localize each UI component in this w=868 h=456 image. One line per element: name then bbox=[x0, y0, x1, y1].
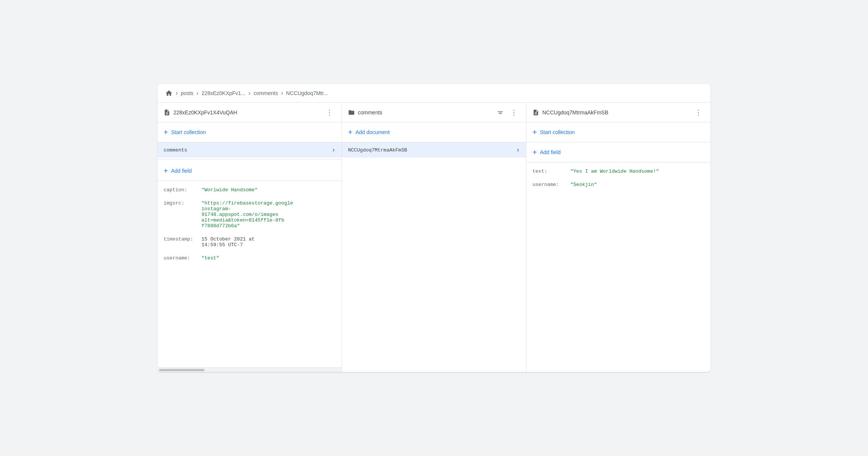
start-collection-label-3: Start collection bbox=[540, 129, 575, 135]
document-icon-1 bbox=[164, 109, 170, 116]
panel-1-fields: caption: "Worlwide Handsome" imgsrc: "ht… bbox=[158, 181, 342, 275]
panel-3-content: + Add field text: "Yes I am Worldwide Ha… bbox=[526, 142, 710, 372]
start-collection-label-1: Start collection bbox=[171, 129, 206, 135]
plus-icon-af-3: + bbox=[532, 148, 537, 156]
panel-3-actions: ⋮ bbox=[692, 106, 704, 119]
field-username-3-value: "Seokjin" bbox=[570, 182, 597, 187]
plus-icon-af-1: + bbox=[164, 167, 168, 175]
panel-2-menu-btn[interactable]: ⋮ bbox=[508, 106, 520, 119]
panel-1-header: 228xEz0KXpFv1X4VuQAH ⋮ bbox=[158, 103, 342, 122]
panel-3-menu-btn[interactable]: ⋮ bbox=[692, 106, 704, 119]
add-field-btn-1[interactable]: + Add field bbox=[164, 166, 192, 176]
list-item-arrow-1: › bbox=[331, 146, 336, 154]
list-item-comments-text: comments bbox=[164, 147, 331, 153]
field-text-3-value: "Yes I am Worldwide Handsome!" bbox=[570, 169, 659, 174]
breadcrumb-sep-1: › bbox=[176, 90, 178, 97]
field-timestamp-value: 15 October 2021 at14:59:55 UTC-7 bbox=[201, 236, 254, 248]
panel-3-header: NCCUgdoq7MtrmaAkFmSB ⋮ bbox=[526, 103, 710, 122]
panel-1-add-field: + Add field bbox=[158, 161, 342, 181]
panel-1-title: 228xEz0KXpFv1X4VuQAH bbox=[173, 109, 320, 116]
start-collection-btn-3[interactable]: + Start collection bbox=[532, 127, 575, 137]
breadcrumb-sep-3: › bbox=[248, 90, 250, 97]
plus-icon-2: + bbox=[348, 128, 353, 136]
add-field-label-1: Add field bbox=[171, 168, 192, 174]
list-item-arrow-2: › bbox=[516, 146, 520, 154]
add-document-label: Add document bbox=[356, 129, 390, 135]
panel-1-actions: ⋮ bbox=[323, 106, 336, 119]
plus-icon-3: + bbox=[532, 128, 537, 136]
field-timestamp: timestamp: 15 October 2021 at14:59:55 UT… bbox=[164, 236, 336, 248]
breadcrumb-posts[interactable]: posts bbox=[181, 90, 193, 96]
field-username-3-key: username: bbox=[532, 182, 570, 187]
panel-1: 228xEz0KXpFv1X4VuQAH ⋮ + Start collectio… bbox=[158, 103, 342, 372]
firestore-ui: › posts › 228xEz0KXpFv1... › comments › … bbox=[158, 84, 710, 372]
collection-icon-2 bbox=[348, 109, 355, 116]
home-icon[interactable] bbox=[165, 89, 173, 97]
panels-container: 228xEz0KXpFv1X4VuQAH ⋮ + Start collectio… bbox=[158, 103, 710, 372]
plus-icon-1: + bbox=[164, 128, 168, 136]
add-field-label-3: Add field bbox=[540, 149, 560, 155]
panel-2-content: NCCUgdoq7MtrmaAkFmSB › bbox=[342, 142, 526, 372]
panel-3: NCCUgdoq7MtrmaAkFmSB ⋮ + Start collectio… bbox=[526, 103, 710, 372]
field-caption: caption: "Worlwide Handsome" bbox=[164, 187, 336, 193]
list-item-doc-text: NCCUgdoq7MtrmaAkFmSB bbox=[348, 147, 516, 153]
panel-3-title: NCCUgdoq7MtrmaAkFmSB bbox=[542, 109, 689, 116]
panel-2-filter-btn[interactable] bbox=[494, 106, 506, 119]
list-item-doc[interactable]: NCCUgdoq7MtrmaAkFmSB › bbox=[342, 142, 526, 158]
panel-3-add-field: + Add field bbox=[526, 142, 710, 162]
breadcrumb: › posts › 228xEz0KXpFv1... › comments › … bbox=[158, 84, 710, 103]
field-imgsrc-value: "https://firebasestorage.googleinstagram… bbox=[201, 200, 293, 229]
panel-1-scrollbar[interactable] bbox=[158, 367, 342, 372]
field-imgsrc: imgsrc: "https://firebasestorage.googlei… bbox=[164, 200, 336, 229]
document-icon-3 bbox=[532, 109, 539, 116]
list-item-comments[interactable]: comments › bbox=[158, 142, 342, 158]
field-caption-key: caption: bbox=[164, 187, 201, 193]
panel-1-menu-btn[interactable]: ⋮ bbox=[323, 106, 336, 119]
panel-1-content: comments › + Add field caption: "Worlwid… bbox=[158, 142, 342, 367]
panel-1-start-collection: + Start collection bbox=[158, 122, 342, 142]
panel-2-title: comments bbox=[358, 109, 491, 116]
panel-3-start-collection: + Start collection bbox=[526, 122, 710, 142]
field-text-3: text: "Yes I am Worldwide Handsome!" bbox=[532, 169, 704, 174]
add-document-btn[interactable]: + Add document bbox=[348, 127, 390, 137]
add-field-btn-3[interactable]: + Add field bbox=[532, 147, 560, 158]
breadcrumb-sep-2: › bbox=[197, 90, 198, 97]
field-text-3-key: text: bbox=[532, 169, 570, 174]
panel-2: comments ⋮ + Add document NCCUgdoq7Mtrma… bbox=[342, 103, 526, 372]
field-username-1-key: username: bbox=[164, 255, 201, 261]
field-imgsrc-key: imgsrc: bbox=[164, 200, 201, 206]
panel-2-actions: ⋮ bbox=[494, 106, 520, 119]
field-timestamp-key: timestamp: bbox=[164, 236, 201, 242]
breadcrumb-sep-4: › bbox=[281, 90, 283, 97]
panel-2-header: comments ⋮ bbox=[342, 103, 526, 122]
panel-2-add-document: + Add document bbox=[342, 122, 526, 142]
start-collection-btn-1[interactable]: + Start collection bbox=[164, 127, 206, 137]
panel-1-scroll-thumb bbox=[159, 369, 205, 371]
breadcrumb-doc-id[interactable]: 228xEz0KXpFv1... bbox=[201, 90, 245, 96]
field-username-3: username: "Seokjin" bbox=[532, 182, 704, 187]
field-caption-value: "Worlwide Handsome" bbox=[201, 187, 258, 193]
panel-3-fields: text: "Yes I am Worldwide Handsome!" use… bbox=[526, 162, 710, 201]
field-username-1: username: "test" bbox=[164, 255, 336, 261]
breadcrumb-doc-2[interactable]: NCCUgdoq7Mtr... bbox=[286, 90, 328, 96]
field-username-1-value: "test" bbox=[201, 255, 219, 261]
breadcrumb-comments[interactable]: comments bbox=[253, 90, 278, 96]
